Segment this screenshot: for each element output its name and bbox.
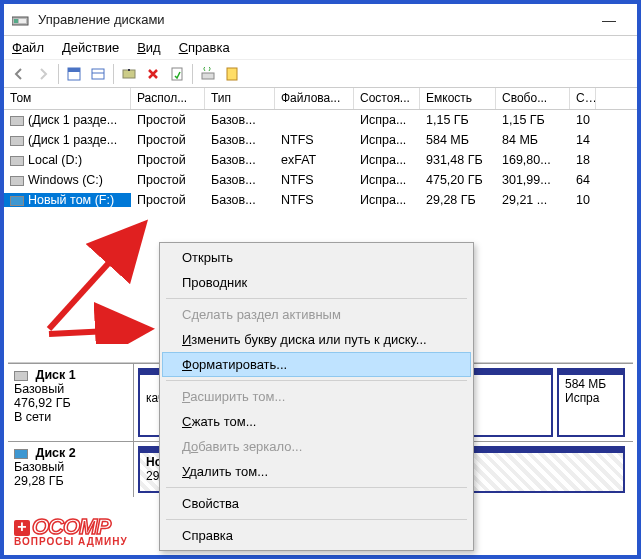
back-button[interactable] [8,63,30,85]
properties-button[interactable] [166,63,188,85]
delete-icon[interactable] [142,63,164,85]
ctx-help[interactable]: Справка [162,523,471,548]
svg-rect-1 [14,19,18,23]
disk2-name: Диск 2 [35,446,75,460]
menu-file[interactable]: ФФайлайл [12,40,44,55]
svg-rect-11 [227,68,237,80]
watermark: +OCOMP ВОПРОСЫ АДМИНУ [14,514,128,547]
disk1-size: 476,92 ГБ [14,396,71,410]
col-pct[interactable]: Св [570,88,596,109]
disk-icon [14,371,28,381]
menu-view[interactable]: Вид [137,40,161,55]
ctx-open[interactable]: Открыть [162,245,471,270]
partition[interactable]: 584 МБИспра [557,368,625,437]
views-button[interactable] [63,63,85,85]
ctx-delete[interactable]: Удалить том... [162,459,471,484]
table-row[interactable]: Windows (C:)ПростойБазов...NTFSИспра...4… [4,170,637,190]
svg-rect-8 [128,69,130,71]
ctx-make-active: Сделать раздел активным [162,302,471,327]
minimize-button[interactable]: — [589,7,629,33]
disk1-type: Базовый [14,382,64,396]
column-headers: Том Распол... Тип Файлова... Состоя... Е… [4,88,637,110]
col-free[interactable]: Свобо... [496,88,570,109]
forward-button[interactable] [32,63,54,85]
disk2-size: 29,28 ГБ [14,474,64,488]
ctx-mirror: Добавить зеркало... [162,434,471,459]
svg-rect-2 [19,19,26,23]
disk1-name: Диск 1 [35,368,75,382]
ctx-explorer[interactable]: Проводник [162,270,471,295]
col-filesystem[interactable]: Файлова... [275,88,354,109]
ctx-extend: Расширить том... [162,384,471,409]
table-row[interactable]: (Диск 1 разде...ПростойБазов...NTFSИспра… [4,130,637,150]
context-menu: Открыть Проводник Сделать раздел активны… [159,242,474,551]
col-status[interactable]: Состоя... [354,88,420,109]
disk-icon [14,449,28,459]
disk1-status: В сети [14,410,51,424]
svg-rect-4 [68,68,80,72]
ctx-format[interactable]: Форматировать... [162,352,471,377]
rescan-button[interactable] [197,63,219,85]
disk2-type: Базовый [14,460,64,474]
table-row[interactable]: Local (D:)ПростойБазов...exFATИспра...93… [4,150,637,170]
svg-rect-7 [123,70,135,78]
app-icon [12,13,30,27]
svg-rect-10 [202,73,214,79]
ctx-shrink[interactable]: Сжать том... [162,409,471,434]
refresh-button[interactable] [87,63,109,85]
menu-help[interactable]: Справка [179,40,230,55]
col-volume[interactable]: Том [4,88,131,109]
ctx-change-letter[interactable]: Изменить букву диска или путь к диску... [162,327,471,352]
svg-rect-5 [92,69,104,79]
settings-button[interactable] [118,63,140,85]
col-layout[interactable]: Распол... [131,88,205,109]
col-type[interactable]: Тип [205,88,275,109]
table-row[interactable]: (Диск 1 разде...ПростойБазов...Испра...1… [4,110,637,130]
toolbar [4,60,637,88]
window-title: Управление дисками [38,12,589,27]
col-capacity[interactable]: Емкость [420,88,496,109]
menu-action[interactable]: Действие [62,40,119,55]
menu-bar: ФФайлайл Действие Вид Справка [4,36,637,60]
ctx-properties[interactable]: Свойства [162,491,471,516]
help-icon[interactable] [221,63,243,85]
table-row[interactable]: Новый том (F:)ПростойБазов...NTFSИспра..… [4,190,637,210]
